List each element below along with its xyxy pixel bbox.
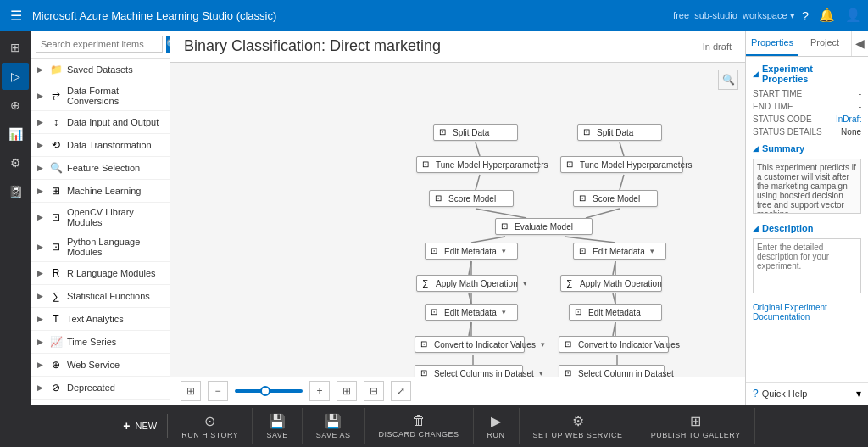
zoom-in-button[interactable]: +: [309, 381, 330, 401]
discard-button[interactable]: 🗑 DISCARD CHANGES: [365, 408, 474, 444]
run-button[interactable]: ▶ RUN: [474, 408, 520, 444]
module-item-machine-learning[interactable]: ▶ ⊞ Machine Learning: [31, 180, 170, 203]
sidebar-icon-datasets[interactable]: 📊: [2, 120, 29, 148]
module-item-text-analytics[interactable]: ▶ T Text Analytics: [31, 308, 170, 331]
node-math-2[interactable]: ∑ Apply Math Operation: [560, 275, 662, 292]
opencv-icon: ⊡: [49, 210, 63, 224]
node-select-1[interactable]: ⊡ Select Columns in Dataset ▾: [415, 365, 523, 377]
layout-button[interactable]: ⊟: [364, 381, 384, 401]
panel-close-button[interactable]: ◀: [851, 31, 868, 56]
conv-icon: ⊡: [420, 339, 431, 349]
timeseries-icon: 📈: [49, 335, 63, 349]
canvas-body[interactable]: 🔍: [170, 63, 745, 377]
module-panel: 🔍 ▶ 📁 Saved Datasets ▶ ⇄ Data Format Con…: [31, 31, 170, 405]
help-icon[interactable]: ?: [802, 8, 809, 23]
node-meta-2[interactable]: ⊡ Edit Metadata ▾: [573, 243, 666, 260]
zoom-out-button[interactable]: −: [208, 381, 228, 401]
node-tune-2[interactable]: ⊡ Tune Model Hyperparameters: [560, 156, 683, 173]
tune-icon: ⊡: [566, 159, 576, 170]
web-service-icon: ⚙: [572, 413, 584, 429]
description-textarea[interactable]: [753, 238, 861, 293]
module-item-python[interactable]: ▶ ⊡ Python Language Modules: [31, 232, 170, 262]
help-circle-icon: ?: [753, 388, 759, 400]
node-conv-2[interactable]: ⊡ Convert to Indicator Values: [559, 336, 669, 353]
zoom-slider[interactable]: [235, 389, 303, 393]
discard-icon: 🗑: [412, 413, 426, 428]
module-item-r-language[interactable]: ▶ R R Language Modules: [31, 262, 170, 285]
canvas-search-button[interactable]: 🔍: [718, 70, 738, 90]
original-doc-link[interactable]: Original Experiment Documentation: [753, 303, 861, 321]
quick-help-label: ? Quick Help: [753, 388, 807, 400]
module-item-data-format[interactable]: ▶ ⇄ Data Format Conversions: [31, 81, 170, 111]
grid-button[interactable]: ⊞: [337, 381, 357, 401]
module-item-data-input[interactable]: ▶ ↕ Data Input and Output: [31, 111, 170, 134]
save-as-icon: 💾: [325, 413, 342, 429]
module-search-input[interactable]: [36, 36, 163, 53]
node-meta-3[interactable]: ⊡ Edit Metadata ▾: [425, 304, 518, 321]
zoom-track[interactable]: [235, 389, 303, 393]
quick-help-section[interactable]: ? Quick Help ▾: [746, 382, 868, 405]
evaluate-icon: ⊡: [501, 221, 511, 232]
save-button[interactable]: 💾 SAVE: [253, 408, 302, 444]
plus-icon: +: [123, 419, 130, 433]
start-time-row: START TIME -: [753, 89, 861, 98]
start-time-value: -: [859, 89, 861, 98]
node-tune-1[interactable]: ⊡ Tune Model Hyperparameters: [416, 156, 539, 173]
node-split-data-2[interactable]: ⊡ Split Data: [577, 124, 662, 141]
node-label: Edit Metadata: [593, 247, 645, 256]
node-label: Score Model: [448, 194, 496, 204]
icon-sidebar: ⊞ ▷ ⊕ 📊 ⚙ 📓: [0, 31, 31, 405]
expand-icon: ▶: [37, 213, 43, 221]
new-button[interactable]: + NEW: [113, 414, 168, 438]
notifications-icon[interactable]: 🔔: [819, 8, 835, 23]
node-score-1[interactable]: ⊡ Score Model: [429, 190, 514, 207]
fit-screen-button[interactable]: ⊞: [181, 381, 201, 401]
node-meta-4[interactable]: ⊡ Edit Metadata: [569, 304, 662, 321]
sidebar-icon-globe[interactable]: ⊕: [2, 92, 29, 119]
meta-icon: ⊡: [431, 307, 441, 317]
module-item-time-series[interactable]: ▶ 📈 Time Series: [31, 331, 170, 354]
module-item-deprecated[interactable]: ▶ ⊘ Deprecated: [31, 377, 170, 400]
user-icon[interactable]: 👤: [845, 8, 861, 23]
sidebar-icon-settings[interactable]: ⚙: [2, 149, 29, 176]
status-details-value: None: [841, 127, 861, 137]
select-icon: ⊡: [420, 368, 431, 377]
summary-textarea[interactable]: This experiment predicts if a customer w…: [753, 159, 861, 214]
node-conv-1[interactable]: ⊡ Convert to Indicator Values ▾: [415, 336, 525, 353]
folder-icon: 📁: [49, 63, 63, 76]
module-item-data-transform[interactable]: ▶ ⟲ Data Transformation: [31, 134, 170, 157]
save-as-button[interactable]: 💾 SAVE AS: [303, 408, 365, 444]
node-label: Apply Math Operation: [436, 279, 518, 288]
module-item-statistical[interactable]: ▶ ∑ Statistical Functions: [31, 285, 170, 308]
node-evaluate[interactable]: ⊡ Evaluate Model: [495, 218, 593, 235]
module-item-feature-selection[interactable]: ▶ 🔍 Feature Selection: [31, 157, 170, 180]
fullscreen-button[interactable]: ⤢: [391, 381, 411, 401]
tab-project[interactable]: Project: [798, 31, 851, 56]
node-meta-1[interactable]: ⊡ Edit Metadata ▾: [425, 243, 518, 260]
node-select-2[interactable]: ⊡ Select Column in Dataset: [559, 365, 665, 377]
expand-icon: ▶: [37, 118, 43, 126]
sidebar-icon-notebook[interactable]: 📓: [2, 178, 29, 205]
zoom-thumb[interactable]: [260, 386, 270, 396]
publish-gallery-button[interactable]: ⊞ PUBLISH TO GALLERY: [637, 408, 755, 444]
hamburger-icon[interactable]: ☰: [7, 4, 25, 27]
setup-web-service-button[interactable]: ⚙ SET UP WEB SERVICE: [520, 408, 637, 444]
tab-properties[interactable]: Properties: [746, 31, 798, 56]
sidebar-icon-home[interactable]: ⊞: [2, 34, 29, 61]
expand-icon: ▶: [37, 292, 43, 300]
node-math-1[interactable]: ∑ Apply Math Operation ▾: [416, 275, 518, 292]
deprecated-icon: ⊘: [49, 381, 63, 394]
node-split-data-1[interactable]: ⊡ Split Data: [433, 124, 518, 141]
meta-icon: ⊡: [579, 246, 589, 256]
sidebar-icon-experiments[interactable]: ▷: [2, 63, 29, 90]
convert-icon: ⇄: [49, 89, 63, 103]
module-item-opencv[interactable]: ▶ ⊡ OpenCV Library Modules: [31, 203, 170, 232]
run-history-button[interactable]: ⊙ RUN HISTORY: [168, 408, 253, 444]
workspace-selector[interactable]: free_sub-studio_workspace ▾: [673, 10, 795, 21]
save-as-label: SAVE AS: [316, 431, 351, 439]
description-section: ◢ Description: [753, 223, 861, 296]
run-icon: ▶: [491, 413, 501, 429]
module-item-web-service[interactable]: ▶ ⊕ Web Service: [31, 354, 170, 377]
node-score-2[interactable]: ⊡ Score Model: [573, 190, 658, 207]
module-item-saved-datasets[interactable]: ▶ 📁 Saved Datasets: [31, 59, 170, 81]
